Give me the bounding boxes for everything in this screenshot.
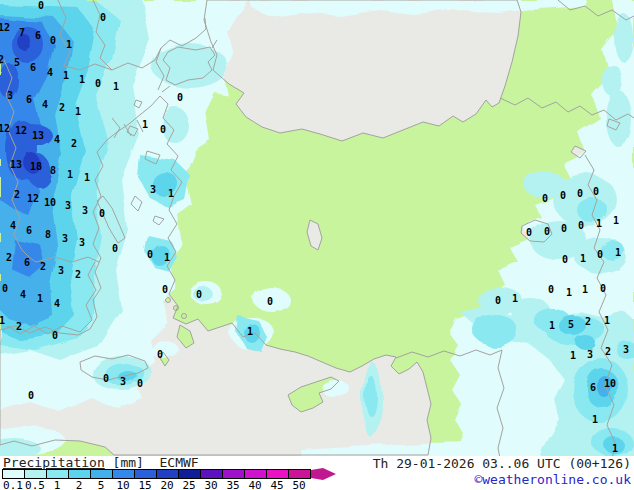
scale-tick-label: 0.1 (2, 479, 24, 490)
precip-value: 1 (592, 414, 598, 425)
precip-value: 0 (157, 349, 163, 360)
scale-tick-label: 2 (68, 479, 90, 490)
small-island (166, 298, 171, 303)
precip-value: 0 (548, 284, 554, 295)
precip-value: 8 (45, 229, 51, 240)
precip-value: 3 (62, 233, 68, 244)
precip-value: 4 (54, 298, 60, 309)
precip-value: 1 (84, 172, 90, 183)
scale-tick-label: 25 (178, 479, 200, 490)
scale-tick-label: 5 (90, 479, 112, 490)
precip-value: 1 (37, 293, 43, 304)
precip-blob (365, 376, 377, 416)
precip-value: 0 (50, 35, 56, 46)
precip-value: 1 (580, 253, 586, 264)
precip-value: 13 (32, 130, 44, 141)
precip-value: 2 (6, 252, 12, 263)
precip-value: 1 (75, 106, 81, 117)
precip-value: 6 (35, 30, 41, 41)
precip-value: 2 (16, 321, 22, 332)
precip-value: 0 (562, 254, 568, 265)
precip-value: 0 (560, 190, 566, 201)
precip-value: 3 (65, 200, 71, 211)
precip-value: 1 (168, 188, 174, 199)
precip-value: 1 (570, 350, 576, 361)
precip-value: 10 (604, 378, 616, 389)
legend-title: Precipitation (3, 455, 105, 470)
precip-value: 0 (544, 226, 550, 237)
precip-value: 3 (7, 90, 13, 101)
precip-value: 0 (38, 0, 44, 11)
precip-value: 5 (14, 57, 20, 68)
scale-tick-label: 40 (244, 479, 266, 490)
precip-value: 0 (593, 186, 599, 197)
precip-value: 0 (95, 78, 101, 89)
precip-value: 0 (162, 284, 168, 295)
scale-cell-10 (112, 469, 135, 479)
precip-value: 1 (549, 320, 555, 331)
precip-value: 10 (44, 197, 56, 208)
precip-value: 6 (26, 225, 32, 236)
precip-value: 0 (52, 330, 58, 341)
precip-value: 1 (63, 70, 69, 81)
scale-cell-5 (90, 469, 113, 479)
precip-value: 4 (54, 134, 60, 145)
precip-blob (473, 314, 517, 346)
precip-value: 2 (71, 138, 77, 149)
precip-value: 1 (566, 287, 572, 298)
scale-overflow-arrow (311, 467, 337, 481)
scale-tick-label: 20 (156, 479, 178, 490)
precip-value: 4 (10, 220, 16, 231)
precip-blob (321, 380, 349, 396)
precip-value: 6 (590, 382, 596, 393)
precip-value: 0 (160, 124, 166, 135)
precip-value: 1 (0, 315, 5, 326)
scale-cell-30 (200, 469, 223, 479)
precip-value: 1 (512, 293, 518, 304)
scale-cell-0.1 (2, 469, 25, 479)
precip-value: 0 (100, 12, 106, 23)
precip-value: 2 (14, 189, 20, 200)
scale-tick-label: 50 (288, 479, 310, 490)
scale-cell-15 (134, 469, 157, 479)
precip-value: 12 (0, 123, 10, 134)
precip-value: 1 (113, 81, 119, 92)
precip-value: 3 (623, 344, 629, 355)
color-scale (2, 469, 311, 479)
precip-value: 0 (495, 295, 501, 306)
precip-value: 1 (604, 315, 610, 326)
precip-value: 0 (99, 208, 105, 219)
copyright: ©weatheronline.co.uk (474, 472, 631, 487)
precip-value: 7 (19, 27, 25, 38)
precip-value: 2 (75, 269, 81, 280)
precip-blob (575, 335, 595, 349)
precip-value: 3 (79, 237, 85, 248)
precip-value: 2 (585, 316, 591, 327)
precip-value: 1 (596, 218, 602, 229)
precip-value: 6 (26, 94, 32, 105)
precip-value: 2 (59, 102, 65, 113)
scale-tick-label: 35 (222, 479, 244, 490)
scale-cell-0.5 (24, 469, 47, 479)
precip-value: 1 (66, 39, 72, 50)
precip-value: 3 (587, 349, 593, 360)
precip-value: 6 (30, 62, 36, 73)
precip-value: 1 (79, 74, 85, 85)
precip-value: 1 (612, 443, 618, 454)
precip-value: 2 (605, 346, 611, 357)
precip-value: 2 (40, 261, 46, 272)
precip-value: 0 (597, 249, 603, 260)
precip-value: 0 (28, 390, 34, 401)
precip-value: 0 (103, 373, 109, 384)
precip-value: 3 (120, 376, 126, 387)
precip-value: 0 (112, 243, 118, 254)
legend-model: ECMWF (160, 455, 199, 470)
precip-value: 0 (578, 220, 584, 231)
precip-value: 0 (196, 289, 202, 300)
precip-value: 5 (568, 319, 574, 330)
scale-tick-label: 10 (112, 479, 134, 490)
precip-value: 18 (30, 161, 42, 172)
precip-value: 1 (582, 284, 588, 295)
precip-value: 1 (164, 252, 170, 263)
scale-cell-1 (46, 469, 69, 479)
